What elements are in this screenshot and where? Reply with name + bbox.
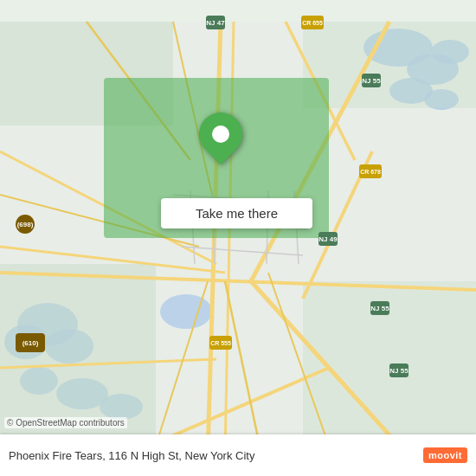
address-text: Phoenix Fire Tears, 116 N High St, New Y… (9, 449, 423, 462)
shield-cr678: CR 678 (359, 164, 382, 178)
map-container: NJ 47 CR 655 NJ 55 CR 678 NJ 49 (698) (6… (0, 0, 476, 476)
moovit-logo-text: moovit (423, 447, 467, 463)
bottom-bar: Phoenix Fire Tears, 116 N High St, New Y… (0, 434, 476, 476)
copyright-text: © OpenStreetMap contributors (4, 417, 127, 428)
shield-nj55-top: NJ 55 (362, 74, 381, 87)
shield-nj49: NJ 49 (318, 232, 338, 246)
shield-610: (610) (16, 333, 45, 352)
take-me-there-button[interactable]: Take me there (161, 198, 312, 228)
shield-698: (698) (16, 215, 35, 234)
location-pin (199, 113, 242, 156)
shield-cr655: CR 655 (301, 16, 324, 29)
shield-nj55-bot2: NJ 55 (389, 363, 408, 377)
shield-cr555: CR 555 (209, 336, 232, 350)
map-background (0, 0, 476, 476)
svg-point-12 (160, 294, 212, 329)
shield-nj55-bot1: NJ 55 (370, 301, 389, 315)
shield-nj47: NJ 47 (206, 16, 225, 29)
moovit-logo: moovit (423, 447, 467, 463)
svg-rect-14 (303, 22, 476, 108)
